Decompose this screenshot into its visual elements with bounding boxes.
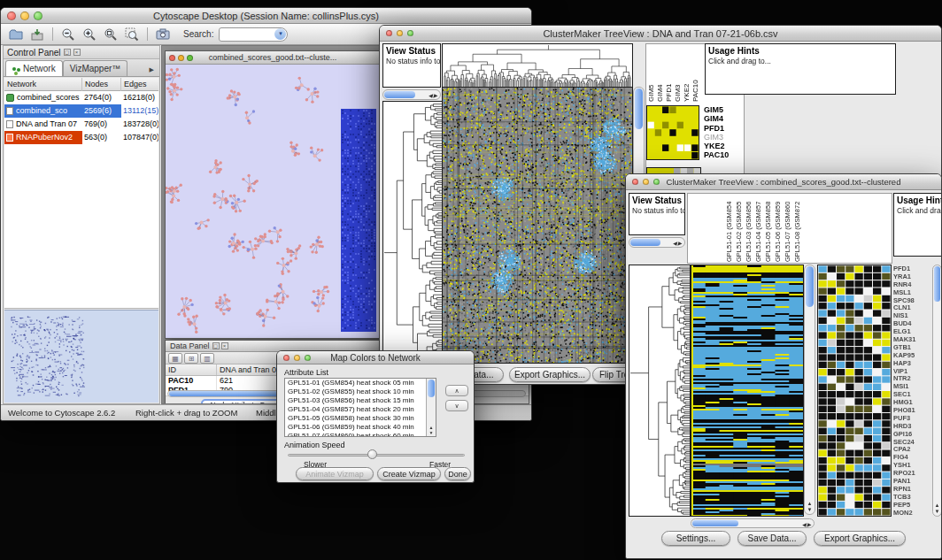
gene-label[interactable]: PFD1 (704, 124, 729, 133)
column-label[interactable]: GPL51-01 (GSM854 (725, 195, 735, 262)
attribute-item[interactable]: GPL51-04 (GSM857) heat shock 20 min (285, 405, 436, 414)
network-row[interactable]: DNA and Tran 07 769(0) 183728(0) (4, 118, 158, 131)
scroll-right-icon[interactable]: ▶ (807, 522, 812, 527)
network-row[interactable]: RNAPuberNov2 563(0) 107847(0) (4, 131, 158, 144)
gene-label[interactable]: GIM5 (704, 105, 729, 114)
gene-label[interactable]: YKE2 (704, 142, 729, 150)
attribute-list[interactable]: ▲▼ GPL51-01 (GSM854) heat shock 05 minGP… (284, 378, 436, 437)
scrollbar-thumb[interactable] (806, 266, 814, 307)
save-data-button[interactable]: Save Data... (737, 531, 807, 546)
move-up-button[interactable]: ∧ (445, 385, 468, 396)
import-network-button[interactable] (27, 26, 47, 43)
scrollbar-thumb[interactable] (635, 88, 643, 129)
zoom-fit-button[interactable] (101, 26, 120, 43)
scroll-up-icon[interactable]: ▲ (807, 501, 813, 506)
minimize-button[interactable] (643, 179, 649, 185)
scroll-down-icon[interactable]: ▼ (935, 509, 940, 514)
attribute-item[interactable]: GPL51-06 (GSM859) heat shock 40 min (285, 423, 436, 432)
column-label[interactable]: YKE2 (683, 45, 691, 102)
minimize-button[interactable] (20, 12, 29, 20)
close-panel-button[interactable]: × (73, 49, 81, 56)
zoom-button[interactable] (34, 12, 42, 20)
delete-attribute-button[interactable]: ▥ (200, 353, 214, 364)
export-graphics-button[interactable]: Export Graphics... (509, 367, 591, 382)
minimize-icon[interactable] (178, 55, 184, 61)
tab-scroll-right-button[interactable]: ▶ (150, 66, 158, 76)
scroll-right-icon[interactable]: ▶ (677, 241, 683, 246)
column-label[interactable]: GPL51-07 (GSM860 (784, 195, 793, 262)
column-label[interactable]: GIM4 (656, 45, 665, 102)
correlation-heatmap[interactable] (442, 87, 633, 364)
select-attributes-button[interactable]: ▦ (168, 353, 182, 364)
network-row[interactable]: combined_scores 2764(0) 16218(0) (4, 91, 158, 104)
treeview-combined-titlebar[interactable]: ClusterMaker TreeView : combined_scores_… (626, 174, 941, 190)
attribute-item[interactable]: GPL51-07 (GSM860) heat shock 60 min (285, 432, 436, 437)
tab-vizmapper[interactable]: VizMapper™ (63, 60, 128, 76)
float-panel-button[interactable]: ◻ (64, 49, 71, 56)
expression-heatmap[interactable] (691, 265, 804, 517)
scrollbar-thumb[interactable] (630, 239, 660, 246)
zoom-selected-button[interactable] (122, 26, 142, 43)
heatmap-hscrollbar[interactable]: ◀▶ (691, 518, 815, 528)
scroll-up-icon[interactable]: ▲ (935, 502, 940, 508)
gene-row-label[interactable]: MON2 (893, 510, 932, 518)
done-button[interactable]: Done (444, 467, 471, 480)
scroll-down-icon[interactable]: ▼ (429, 430, 434, 435)
column-label[interactable]: GPL51-05 (GSM858 (764, 195, 774, 262)
row-dendrogram[interactable] (382, 101, 443, 364)
animate-vizmap-button[interactable]: Animate Vizmap (296, 467, 374, 480)
treeview-dna-titlebar[interactable]: ClusterMaker TreeView : DNA and Tran 07-… (380, 26, 941, 42)
heatmap-vscrollbar[interactable]: ▲▼ (804, 265, 815, 515)
zoom-button[interactable] (653, 179, 660, 185)
row-dendrogram[interactable] (629, 265, 691, 517)
slider-thumb[interactable] (367, 449, 377, 459)
close-icon[interactable] (169, 55, 175, 61)
scrollbar-thumb[interactable] (428, 380, 435, 397)
create-attribute-button[interactable]: ⊞ (184, 353, 198, 364)
scrollbar-thumb[interactable] (169, 391, 282, 396)
column-label[interactable]: GPL51-08 (GSM872 (793, 195, 803, 262)
column-label[interactable]: GPL51-06 (GSM859 (774, 195, 784, 262)
zoom-heatmap[interactable] (817, 265, 892, 517)
settings-button[interactable]: Settings... (661, 531, 730, 546)
tab-network[interactable]: Network (5, 60, 63, 76)
close-button[interactable] (7, 12, 16, 20)
export-graphics-button[interactable]: Export Graphics... (814, 531, 906, 546)
gene-label[interactable]: GIM4 (704, 114, 729, 123)
gene-label[interactable]: GIM3 (704, 133, 729, 142)
zoom-heatmap[interactable] (646, 105, 699, 160)
attribute-item[interactable]: GPL51-05 (GSM858) heat shock 30 min (285, 414, 436, 423)
dendro-hscrollbar[interactable]: ◀▶ (629, 237, 685, 248)
minimize-button[interactable] (397, 30, 403, 36)
scroll-right-icon[interactable]: ▶ (433, 93, 438, 98)
main-titlebar[interactable]: Cytoscape Desktop (Session Name: collins… (1, 8, 531, 24)
column-label[interactable]: GPL51-03 (GSM856 (745, 195, 754, 262)
zoom-in-button[interactable] (80, 26, 99, 43)
attribute-item[interactable]: GPL51-02 (GSM855) heat shock 10 min (285, 387, 436, 396)
list-vscrollbar[interactable]: ▲▼ (426, 379, 436, 436)
dialog-titlebar[interactable]: Map Colors to Network (277, 351, 474, 364)
move-down-button[interactable]: ∨ (445, 400, 468, 411)
network-canvas[interactable] (166, 65, 380, 338)
gene-label[interactable]: PAC10 (704, 150, 729, 159)
column-dendrogram[interactable] (442, 43, 633, 88)
maximize-icon[interactable] (187, 55, 193, 61)
dendro-hscrollbar[interactable]: ◀▶ (382, 89, 441, 100)
close-button[interactable] (283, 355, 290, 361)
column-label[interactable]: GIM5 (647, 45, 656, 102)
close-data-panel-button[interactable]: × (221, 342, 228, 349)
zoom-button[interactable] (305, 355, 311, 361)
birdseye-view[interactable] (6, 312, 158, 401)
column-label[interactable]: GIM3 (674, 45, 683, 102)
scrollbar-thumb[interactable] (692, 520, 738, 526)
close-button[interactable] (386, 30, 392, 36)
close-button[interactable] (632, 179, 638, 185)
network-row[interactable]: combined_sco 2569(6) 13112(15) (4, 104, 158, 118)
column-label[interactable]: GPL51-02 (GSM855 (735, 195, 745, 262)
zoom-button[interactable] (407, 30, 413, 36)
open-session-button[interactable] (6, 26, 26, 43)
column-label[interactable]: GPL51-04 (GSM857 (754, 195, 764, 262)
scrollbar-thumb[interactable] (384, 91, 415, 98)
column-label[interactable]: PFD1 (665, 45, 674, 102)
zoom-out-button[interactable] (58, 26, 78, 43)
